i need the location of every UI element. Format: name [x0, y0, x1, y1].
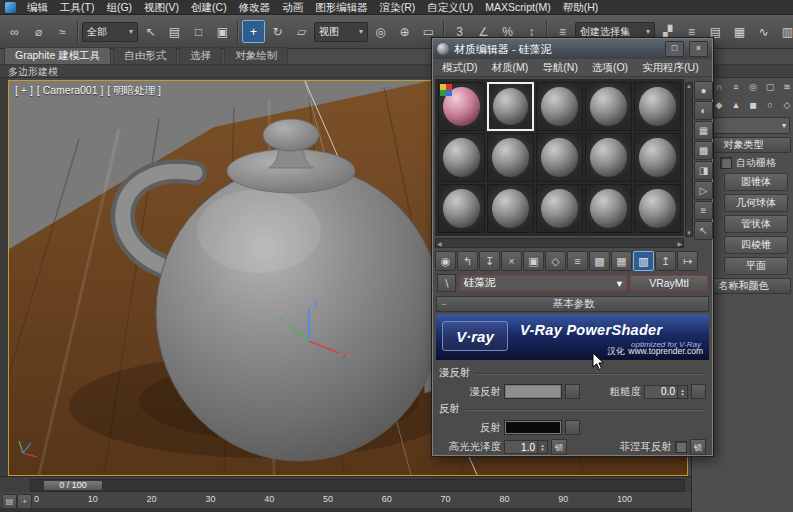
use-pivot-center-icon[interactable]: ◎ [369, 20, 392, 43]
pick-material-eyedropper-icon[interactable]: ∖ [437, 274, 456, 292]
material-sample-slot[interactable] [536, 82, 583, 131]
curve-editor-icon[interactable]: ∿ [752, 20, 775, 43]
reference-coordinate-dropdown[interactable]: 视图▾ [314, 22, 368, 42]
sample-uv-tiling-icon[interactable]: ▩ [694, 141, 713, 160]
pyramid-button[interactable]: 四棱锥 [724, 236, 788, 254]
tab-selection[interactable]: 选择 [179, 47, 222, 64]
select-scale-icon[interactable]: ▱ [290, 20, 313, 43]
assign-to-selection-icon[interactable]: ↧ [479, 251, 500, 271]
lights-category-icon[interactable]: ▲ [728, 97, 744, 113]
menu-navigation[interactable]: 导航(N) [535, 61, 585, 75]
menu-edit[interactable]: 编辑 [21, 0, 54, 15]
select-by-material-icon[interactable]: ↖ [694, 221, 713, 240]
menu-modes[interactable]: 模式(D) [435, 61, 485, 75]
material-sample-slot[interactable] [634, 133, 681, 182]
hilight-glossiness-spinner[interactable]: 1.0 ▴▾ [504, 440, 548, 454]
hilight-lock-button[interactable]: 锁 [551, 439, 567, 455]
app-logo-icon[interactable] [5, 2, 16, 13]
material-sample-slot[interactable] [585, 133, 632, 182]
restore-window-button[interactable]: □ [665, 41, 684, 57]
sample-type-icon[interactable]: ● [694, 81, 713, 100]
backlight-icon[interactable]: ◐ [694, 101, 713, 120]
material-sample-slot[interactable] [536, 133, 583, 182]
material-sample-slot-selected[interactable] [487, 82, 534, 131]
menu-modifiers[interactable]: 修改器 [233, 0, 277, 15]
shapes-category-icon[interactable]: ◆ [711, 97, 727, 113]
hierarchy-tab-icon[interactable]: ≡ [728, 79, 744, 95]
material-sample-slot[interactable] [634, 184, 681, 233]
fresnel-checkbox[interactable] [675, 441, 687, 453]
plane-button[interactable]: 平面 [724, 257, 788, 275]
spin-down-icon[interactable]: ▾ [541, 447, 544, 451]
material-name-field[interactable]: 硅藻泥 ▾ [459, 275, 627, 291]
material-type-button[interactable]: VRayMtl [630, 275, 708, 291]
viewport-camera-menu[interactable]: [ Camera001 ] [37, 84, 104, 98]
unlink-icon[interactable]: ⌀ [27, 20, 50, 43]
viewport-plus-menu[interactable]: [ + ] [15, 84, 33, 98]
menu-views[interactable]: 视图(V) [138, 0, 185, 15]
show-map-in-viewport-icon[interactable]: ▥ [633, 251, 654, 271]
menu-create[interactable]: 创建(C) [185, 0, 233, 15]
material-editor-titlebar[interactable]: 材质编辑器 - 硅藻泥 □ × [433, 39, 712, 59]
motion-tab-icon[interactable]: ◎ [745, 79, 761, 95]
menu-material[interactable]: 材质(M) [485, 61, 536, 75]
material-sample-slot[interactable] [487, 184, 534, 233]
cameras-category-icon[interactable]: ◼ [745, 97, 761, 113]
display-tab-icon[interactable]: ▢ [762, 79, 778, 95]
selection-filter-dropdown[interactable]: 全部▾ [82, 22, 138, 42]
material-sample-slot[interactable] [585, 184, 632, 233]
reflection-color-swatch[interactable] [504, 420, 562, 435]
menu-maxscript[interactable]: MAXScript(M) [479, 0, 556, 15]
select-manipulate-icon[interactable]: ⊕ [393, 20, 416, 43]
select-rotate-icon[interactable]: ↻ [266, 20, 289, 43]
diffuse-map-button[interactable] [565, 384, 580, 399]
add-time-tag-icon[interactable]: + [17, 494, 32, 509]
tab-graphite-modeling[interactable]: Graphite 建模工具 [4, 47, 111, 64]
geosphere-button[interactable]: 几何球体 [724, 194, 788, 212]
bind-spacewarp-icon[interactable]: ≈ [51, 20, 74, 43]
roughness-map-button[interactable] [691, 384, 706, 399]
modify-tab-icon[interactable]: ∩ [711, 79, 727, 95]
material-sample-slot[interactable] [438, 133, 485, 182]
region-select-icon[interactable]: □ [187, 20, 210, 43]
material-sample-slot[interactable] [634, 82, 681, 131]
menu-tools[interactable]: 工具(T) [54, 0, 100, 15]
track-bar[interactable]: 0 10 20 30 40 50 60 70 80 90 100 ▤ + [0, 492, 691, 512]
menu-group[interactable]: 组(G) [100, 0, 138, 15]
banner-site-link[interactable]: www.toprender.com [628, 346, 703, 358]
scroll-left-icon[interactable]: ◀ [437, 240, 442, 247]
get-material-icon[interactable]: ◉ [435, 251, 456, 271]
spacewarps-category-icon[interactable]: ◇ [779, 97, 793, 113]
window-crossing-icon[interactable]: ▣ [211, 20, 234, 43]
options-icon[interactable]: ≡ [694, 201, 713, 220]
menu-graph-editors[interactable]: 图形编辑器 [309, 0, 374, 15]
menu-help[interactable]: 帮助(H) [557, 0, 605, 15]
time-slider-track[interactable]: 0 / 100 [30, 479, 685, 492]
reset-map-icon[interactable]: × [501, 251, 522, 271]
scroll-right-icon[interactable]: ▶ [677, 240, 682, 247]
scroll-up-icon[interactable]: ▲ [686, 83, 692, 89]
viewport-shading-menu[interactable]: [ 明暗处理 ] [107, 84, 161, 98]
schematic-view-icon[interactable]: ▥ [776, 20, 793, 43]
make-preview-icon[interactable]: ▷ [694, 181, 713, 200]
background-icon[interactable]: ▦ [694, 121, 713, 140]
make-unique-icon[interactable]: ◇ [545, 251, 566, 271]
utilities-tab-icon[interactable]: ≋ [779, 79, 793, 95]
put-to-library-icon[interactable]: ≡ [567, 251, 588, 271]
video-color-check-icon[interactable]: ◨ [694, 161, 713, 180]
spin-down-icon[interactable]: ▾ [681, 392, 684, 396]
scroll-down-icon[interactable]: ▼ [686, 230, 692, 236]
tube-button[interactable]: 管状体 [724, 215, 788, 233]
ribbon-toggle-icon[interactable]: ▦ [728, 20, 751, 43]
select-link-icon[interactable]: ∞ [3, 20, 26, 43]
select-by-name-icon[interactable]: ▤ [163, 20, 186, 43]
roughness-spinner[interactable]: 0.0 ▴▾ [644, 385, 688, 399]
material-sample-slot[interactable] [585, 82, 632, 131]
go-to-parent-icon[interactable]: ↥ [655, 251, 676, 271]
tab-freeform[interactable]: 自由形式 [113, 47, 177, 64]
autogrid-checkbox[interactable] [720, 157, 732, 169]
go-to-sibling-icon[interactable]: ↦ [677, 251, 698, 271]
fresnel-lock-button[interactable]: 锁 [690, 439, 706, 455]
basic-parameters-rollout[interactable]: − 基本参数 [436, 296, 709, 312]
menu-options[interactable]: 选项(O) [585, 61, 635, 75]
